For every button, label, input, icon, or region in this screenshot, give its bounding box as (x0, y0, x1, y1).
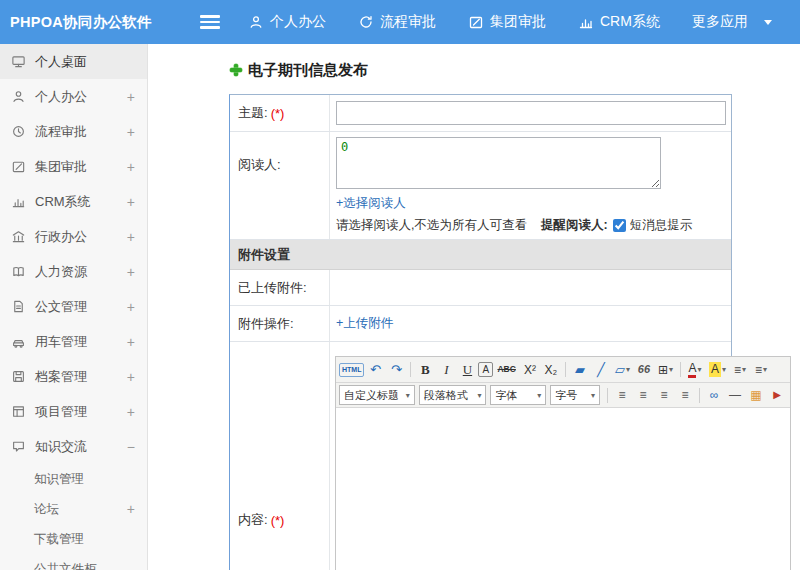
underline-icon[interactable]: U (457, 360, 477, 380)
readers-hint: 请选择阅读人,不选为所有人可查看 (336, 217, 527, 234)
superscript-icon[interactable]: X² (520, 360, 540, 380)
highlighter-icon[interactable]: ▱▾ (612, 360, 633, 380)
nav-crm-system[interactable]: CRM系统 (578, 13, 660, 31)
cycle-icon (358, 14, 374, 30)
required-mark: (*) (271, 106, 285, 121)
expand-toggle[interactable]: + (127, 370, 135, 384)
media-icon[interactable]: ▶ (767, 385, 787, 405)
book-icon (11, 264, 26, 279)
chevron-down-icon (764, 20, 772, 25)
nav-group-approval[interactable]: 集团审批 (468, 13, 546, 31)
edit-square-icon (11, 159, 26, 174)
collapse-toggle[interactable]: − (127, 440, 135, 454)
unordered-list-icon[interactable]: ≡▾ (730, 360, 750, 380)
redo-icon[interactable]: ↷ (386, 360, 406, 380)
font-box-icon[interactable]: A (478, 362, 493, 377)
sidebar-item-label: 公共文件柜 (34, 561, 97, 570)
undo-icon[interactable]: ↶ (365, 360, 385, 380)
sidebar-item-public-file-cabinet[interactable]: 公共文件柜 (0, 554, 147, 570)
expand-toggle[interactable]: + (127, 125, 135, 139)
sidebar-item-download-management[interactable]: 下载管理 (0, 524, 147, 554)
nav-label: 集团审批 (490, 13, 546, 31)
subscript-icon[interactable]: X₂ (541, 360, 561, 380)
menu-icon[interactable] (200, 15, 220, 29)
nav-label: 流程审批 (380, 13, 436, 31)
align-justify-icon[interactable]: ≡ (675, 385, 695, 405)
expand-toggle[interactable]: + (127, 405, 135, 419)
expand-toggle[interactable]: + (127, 502, 135, 516)
expand-toggle[interactable]: + (127, 230, 135, 244)
sidebar-item-admin-office[interactable]: 行政办公 + (0, 219, 147, 254)
caret-down-icon: ▾ (742, 366, 746, 374)
publish-form: 主题: (*) 阅读人: 0 +选择阅读人 请选择阅读 (229, 94, 732, 570)
sidebar-item-forum[interactable]: 论坛 + (0, 494, 147, 524)
table-icon[interactable]: ⊞▾ (655, 360, 676, 380)
bold-icon[interactable]: B (415, 360, 435, 380)
sidebar-item-crm-system[interactable]: CRM系统 + (0, 184, 147, 219)
paragraph-select[interactable]: 段落格式▾ (419, 385, 487, 405)
ordered-list-icon[interactable]: ≡▾ (751, 360, 771, 380)
expand-toggle[interactable]: + (127, 300, 135, 314)
highlight-color-icon[interactable]: A▾ (706, 360, 729, 380)
expand-toggle[interactable]: + (127, 335, 135, 349)
bar-chart-icon (578, 14, 594, 30)
heading-select[interactable]: 自定义标题▾ (339, 385, 415, 405)
readers-row: 阅读人: 0 +选择阅读人 请选择阅读人,不选为所有人可查看 提醒阅读人: 短消… (230, 132, 731, 240)
eraser-icon[interactable]: ▰ (570, 360, 590, 380)
align-center-icon[interactable]: ≡ (633, 385, 653, 405)
align-left-icon[interactable]: ≡ (612, 385, 632, 405)
expand-toggle[interactable]: + (127, 195, 135, 209)
caret-down-icon: ▾ (406, 391, 410, 400)
expand-toggle[interactable]: + (127, 265, 135, 279)
link-icon[interactable]: ∞ (704, 385, 724, 405)
uploaded-attachments-value (330, 270, 731, 305)
blockquote-icon[interactable]: 66 (634, 360, 654, 380)
subject-input[interactable] (336, 101, 726, 125)
bank-icon (11, 229, 26, 244)
sidebar-item-label: 下载管理 (34, 531, 84, 548)
toolbar-separator (565, 362, 566, 377)
editor-canvas[interactable] (336, 408, 790, 570)
font-color-icon[interactable]: A▾ (685, 360, 705, 380)
sidebar-item-archive-management[interactable]: 档案管理 + (0, 359, 147, 394)
image-icon[interactable]: ▦ (746, 385, 766, 405)
upload-attachment-link[interactable]: +上传附件 (336, 315, 393, 332)
sms-notify-checkbox[interactable] (613, 219, 626, 232)
caret-down-icon: ▾ (477, 391, 481, 400)
caret-down-icon: ▾ (722, 366, 726, 374)
sidebar-item-workflow-approval[interactable]: 流程审批 + (0, 114, 147, 149)
sidebar-item-vehicle-management[interactable]: 用车管理 + (0, 324, 147, 359)
sidebar-item-human-resources[interactable]: 人力资源 + (0, 254, 147, 289)
source-icon[interactable]: HTML (339, 363, 364, 377)
sidebar-item-label: 论坛 (34, 501, 59, 518)
sidebar-item-project-management[interactable]: 项目管理 + (0, 394, 147, 429)
sidebar-item-knowledge-exchange[interactable]: 知识交流 − (0, 429, 147, 464)
sidebar-item-label: 流程审批 (35, 123, 87, 141)
toolbar-separator (699, 388, 700, 403)
hr-icon[interactable]: — (725, 385, 745, 405)
font-size-select[interactable]: 字号▾ (550, 385, 600, 405)
select-readers-link[interactable]: +选择阅读人 (336, 195, 406, 212)
expand-toggle[interactable]: + (127, 160, 135, 174)
readers-textarea[interactable]: 0 (336, 137, 661, 189)
strikethrough-icon[interactable]: ABC (494, 360, 518, 380)
nav-more-apps[interactable]: 更多应用 (692, 13, 772, 31)
font-family-select[interactable]: 字体▾ (490, 385, 546, 405)
sidebar-item-label: 公文管理 (35, 298, 87, 316)
sidebar-item-document-management[interactable]: 公文管理 + (0, 289, 147, 324)
nav-workflow-approval[interactable]: 流程审批 (358, 13, 436, 31)
sidebar-item-personal-desktop[interactable]: 个人桌面 (0, 44, 147, 79)
nav-label: CRM系统 (600, 13, 660, 31)
align-right-icon[interactable]: ≡ (654, 385, 674, 405)
toolbar-separator (607, 388, 608, 403)
sidebar-item-knowledge-management[interactable]: 知识管理 (0, 464, 147, 494)
readers-label: 阅读人: (238, 156, 281, 174)
sidebar-item-group-approval[interactable]: 集团审批 + (0, 149, 147, 184)
sidebar-item-personal-office[interactable]: 个人办公 + (0, 79, 147, 114)
expand-toggle[interactable]: + (127, 90, 135, 104)
italic-icon[interactable]: I (436, 360, 456, 380)
format-painter-icon[interactable]: ╱ (591, 360, 611, 380)
archive-icon (11, 369, 26, 384)
nav-personal-office[interactable]: 个人办公 (248, 13, 326, 31)
sidebar-item-label: 知识交流 (35, 438, 87, 456)
